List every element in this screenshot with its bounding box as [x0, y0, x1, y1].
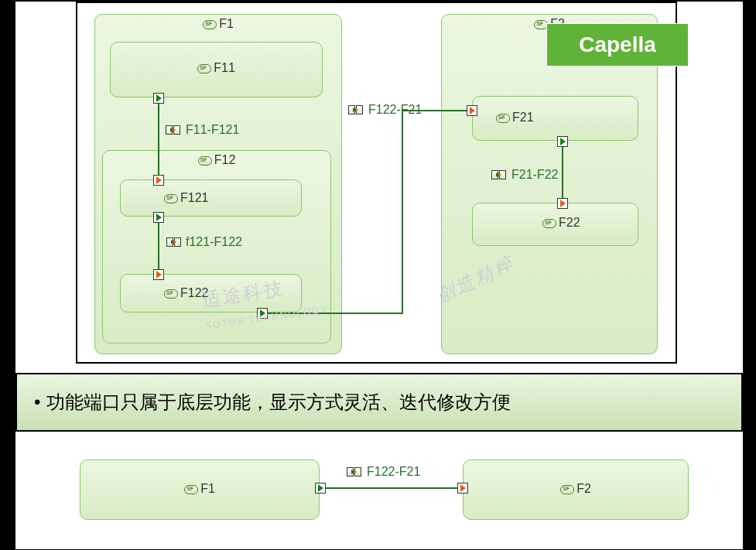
- sf-icon: [164, 289, 178, 299]
- function-box-f2-bottom[interactable]: F2: [463, 459, 689, 520]
- function-box-f122[interactable]: F122: [120, 274, 302, 313]
- caption-bar: •功能端口只属于底层功能，显示方式灵活、迭代修改方便: [15, 373, 743, 432]
- port-in-f22[interactable]: [557, 198, 568, 209]
- function-label-f122: F122: [121, 286, 301, 300]
- sf-icon: [184, 485, 198, 494]
- port-out-f121[interactable]: [153, 212, 164, 223]
- function-label-f2-bottom: F2: [464, 482, 688, 496]
- bottom-diagram-area: F1 F122-F21 F2: [76, 444, 695, 529]
- function-label-f21: F21: [473, 111, 638, 125]
- exchange-icon: [166, 237, 183, 248]
- function-label-f12: F12: [103, 153, 330, 167]
- canvas: F1 F11 F11-F121 F12 F121 f121-F122 F122: [15, 2, 743, 549]
- function-box-f11[interactable]: F11: [110, 42, 323, 97]
- exchange-icon: [347, 467, 364, 478]
- exchange-icon: [491, 170, 508, 181]
- function-label-f1: F1: [95, 17, 341, 31]
- sf-icon: [203, 20, 217, 29]
- exchange-icon: [166, 125, 183, 136]
- port-out-f21[interactable]: [557, 136, 568, 147]
- sf-icon: [198, 156, 212, 166]
- port-in-f121[interactable]: [153, 175, 164, 186]
- sf-icon: [197, 64, 211, 73]
- capella-badge: Capella: [546, 23, 689, 67]
- port-in-f21[interactable]: [467, 105, 477, 116]
- sf-icon: [542, 219, 556, 228]
- function-label-f22: F22: [473, 216, 638, 230]
- port-in-f122[interactable]: [153, 269, 164, 280]
- exchange-icon: [348, 105, 365, 116]
- function-label-f1-bottom: F1: [80, 482, 319, 496]
- function-box-f1-bottom[interactable]: F1: [80, 459, 320, 520]
- port-in-f2-bottom[interactable]: [457, 483, 468, 494]
- function-box-f21[interactable]: F21: [472, 96, 638, 141]
- exchange-label-e4: F21-F22: [511, 168, 558, 182]
- function-box-f121[interactable]: F121: [120, 179, 302, 217]
- port-out-f11[interactable]: [153, 93, 164, 104]
- sf-icon: [164, 194, 178, 203]
- exchange-label-e1: F11-F121: [186, 123, 239, 137]
- function-label-f121: F121: [121, 191, 301, 205]
- sf-icon: [560, 485, 574, 494]
- function-box-f22[interactable]: F22: [472, 203, 638, 246]
- exchange-label-e3: F122-F21: [368, 103, 422, 117]
- caption-text: 功能端口只属于底层功能，显示方式灵活、迭代修改方便: [46, 390, 511, 415]
- sf-icon: [496, 114, 510, 123]
- port-out-f1-bottom[interactable]: [315, 483, 326, 494]
- exchange-label-e2: f121-F122: [186, 235, 242, 249]
- function-label-f11: F11: [111, 61, 322, 75]
- exchange-label-bottom: F122-F21: [367, 465, 420, 479]
- port-out-f122[interactable]: [257, 308, 268, 319]
